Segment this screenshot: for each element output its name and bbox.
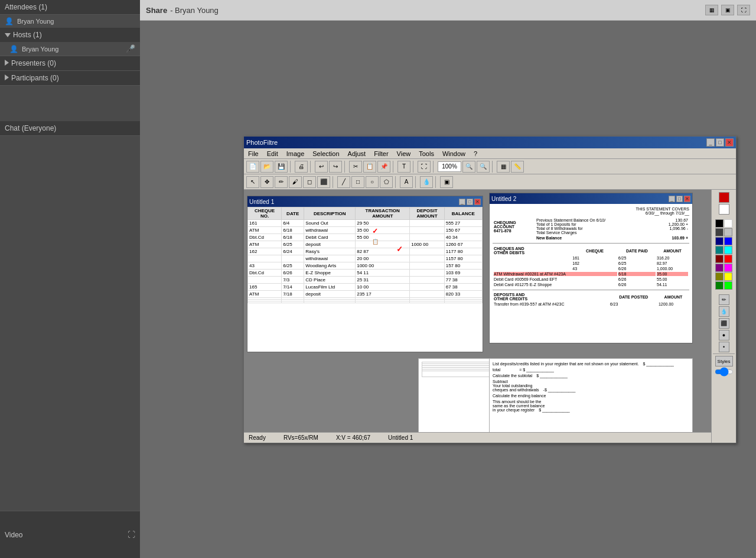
palette-magenta[interactable] xyxy=(724,264,732,272)
open-btn[interactable]: 📂 xyxy=(260,161,273,173)
u1-close[interactable]: ✕ xyxy=(474,199,481,205)
palette-black[interactable] xyxy=(715,219,724,228)
participants-header[interactable]: Participants (0) xyxy=(0,71,140,85)
print-btn[interactable]: 🖨 xyxy=(295,161,308,173)
share-label: Share xyxy=(146,6,167,15)
attendee-name: Bryan Young xyxy=(17,18,54,25)
u2-max[interactable]: □ xyxy=(676,196,683,202)
undo-btn[interactable]: ↩ xyxy=(315,161,328,173)
host-item[interactable]: 👤 Bryan Young 🎤 xyxy=(0,42,140,56)
close-button[interactable]: ✕ xyxy=(725,138,734,147)
u1-min[interactable]: _ xyxy=(459,199,465,205)
stamp-btn[interactable]: ▣ xyxy=(440,176,453,188)
presenters-section: Presenters (0) xyxy=(0,56,140,71)
redo-btn[interactable]: ↪ xyxy=(329,161,342,173)
chat-header[interactable]: Chat (Everyone) xyxy=(0,121,140,136)
fullscreen-icon[interactable]: ⛶ xyxy=(128,530,135,539)
pf-canvas-area[interactable]: Untitled 1 _ □ ✕ CHEQUENO. DA xyxy=(244,190,711,443)
palette-purple[interactable] xyxy=(715,264,724,272)
new-btn[interactable]: 📄 xyxy=(246,161,259,173)
untitled2-content: THIS STATEMENT COVERS 6/30/__ through 7/… xyxy=(490,204,692,343)
line-btn[interactable]: ╱ xyxy=(337,176,350,188)
palette-cyan[interactable] xyxy=(724,246,732,254)
zoom-out-btn[interactable]: 🔍 xyxy=(477,161,490,173)
presenters-header[interactable]: Presenters (0) xyxy=(0,56,140,70)
tool-circle-dot[interactable]: ● xyxy=(719,330,729,340)
attendees-header[interactable]: Attendees (1) xyxy=(0,0,140,15)
tool-dropper[interactable]: 💧 xyxy=(719,306,729,317)
eyedrop-btn[interactable]: 💧 xyxy=(420,176,433,188)
menu-help[interactable]: ? xyxy=(472,150,479,157)
menu-image[interactable]: Image xyxy=(285,150,307,157)
sep2 xyxy=(310,161,312,173)
tool-pencil[interactable]: ✏ xyxy=(719,294,729,305)
crop-btn[interactable]: ⛶ xyxy=(418,161,431,173)
primary-color-swatch[interactable] xyxy=(719,192,729,203)
pencil-btn[interactable]: ✏ xyxy=(275,176,288,188)
stmt-row: Debit Card #01275 E-Z Shoppe 6/26 54.11 xyxy=(494,283,688,287)
menu-tools[interactable]: Tools xyxy=(417,150,436,157)
palette-olive[interactable] xyxy=(715,272,724,281)
palette-teal[interactable] xyxy=(715,246,724,254)
menu-view[interactable]: View xyxy=(395,150,413,157)
palette-green[interactable] xyxy=(715,281,724,290)
tool-small-dot[interactable]: • xyxy=(719,342,729,352)
u1-max[interactable]: □ xyxy=(467,199,473,205)
menu-edit[interactable]: Edit xyxy=(265,150,280,157)
palette-blue[interactable] xyxy=(724,237,732,245)
table-row: 436/25Woodlang Arts1000 00157 80 xyxy=(248,262,483,270)
table-row: ATM6/18withdrawal 35 00 ✓ 150 67 xyxy=(248,227,483,234)
menu-file[interactable]: File xyxy=(246,150,260,157)
palette-red[interactable] xyxy=(724,255,732,263)
untitled1-window: Untitled 1 _ □ ✕ CHEQUENO. DA xyxy=(247,196,483,352)
untitled1-titlebar[interactable]: Untitled 1 _ □ ✕ xyxy=(247,196,483,207)
poly-btn[interactable]: ⬠ xyxy=(380,176,393,188)
brush-btn[interactable]: 🖌 xyxy=(289,176,302,188)
zoom-input[interactable] xyxy=(438,161,461,172)
u2-min[interactable]: _ xyxy=(669,196,675,202)
eraser-btn[interactable]: ◻ xyxy=(303,176,316,188)
attendee-item[interactable]: 👤 Bryan Young xyxy=(0,15,140,28)
zoom-in-btn[interactable]: 🔍 xyxy=(462,161,475,173)
palette-lightgray[interactable] xyxy=(724,228,732,236)
menu-adjust[interactable]: Adjust xyxy=(346,150,368,157)
untitled2-titlebar[interactable]: Untitled 2 _ □ ✕ xyxy=(490,193,692,204)
ruler-btn[interactable]: 📏 xyxy=(511,161,524,173)
palette-white[interactable] xyxy=(724,219,732,228)
menu-window[interactable]: Window xyxy=(441,150,467,157)
select-btn[interactable]: ↖ xyxy=(246,176,259,188)
rect-btn[interactable]: □ xyxy=(351,176,364,188)
view-icon-1[interactable]: ▦ xyxy=(705,5,718,15)
style-slider[interactable] xyxy=(715,368,734,376)
u2-close[interactable]: ✕ xyxy=(684,196,690,202)
maximize-button[interactable]: □ xyxy=(716,138,724,147)
palette-lime[interactable] xyxy=(724,281,732,290)
fullscreen-toggle[interactable]: ⛶ xyxy=(737,5,750,15)
grid-btn[interactable]: ▦ xyxy=(497,161,510,173)
secondary-color-swatch[interactable] xyxy=(719,204,729,215)
u2-controls: _ □ ✕ xyxy=(669,196,690,202)
menu-filter[interactable]: Filter xyxy=(372,150,390,157)
menu-selection[interactable]: Selection xyxy=(311,150,341,157)
palette-navy[interactable] xyxy=(715,237,724,245)
view-icon-2[interactable]: ▣ xyxy=(721,5,734,15)
fill-btn[interactable]: ⬛ xyxy=(317,176,330,188)
paste-btn[interactable]: 📌 xyxy=(377,161,390,173)
save-btn[interactable]: 💾 xyxy=(275,161,288,173)
text-btn[interactable]: T xyxy=(397,161,410,173)
palette-darkgray[interactable] xyxy=(715,228,724,236)
chevron-right-icon xyxy=(5,59,9,67)
palette-maroon[interactable] xyxy=(715,255,724,263)
tool-fill2[interactable]: ⬛ xyxy=(719,318,729,329)
cut-btn[interactable]: ✂ xyxy=(349,161,362,173)
photofiltre-titlebar[interactable]: PhotoFiltre _ □ ✕ xyxy=(244,137,736,148)
minimize-button[interactable]: _ xyxy=(706,138,715,147)
type-btn[interactable]: A xyxy=(400,176,413,188)
move-btn[interactable]: ✥ xyxy=(260,176,273,188)
hosts-header[interactable]: Hosts (1) xyxy=(0,28,140,42)
participants-label: Participants (0) xyxy=(11,74,59,82)
circle-btn[interactable]: ○ xyxy=(366,176,379,188)
reconcile-note: This amount should be thesame as the cur… xyxy=(493,400,689,412)
palette-yellow[interactable] xyxy=(724,272,732,281)
copy-btn[interactable]: 📋 xyxy=(363,161,376,173)
